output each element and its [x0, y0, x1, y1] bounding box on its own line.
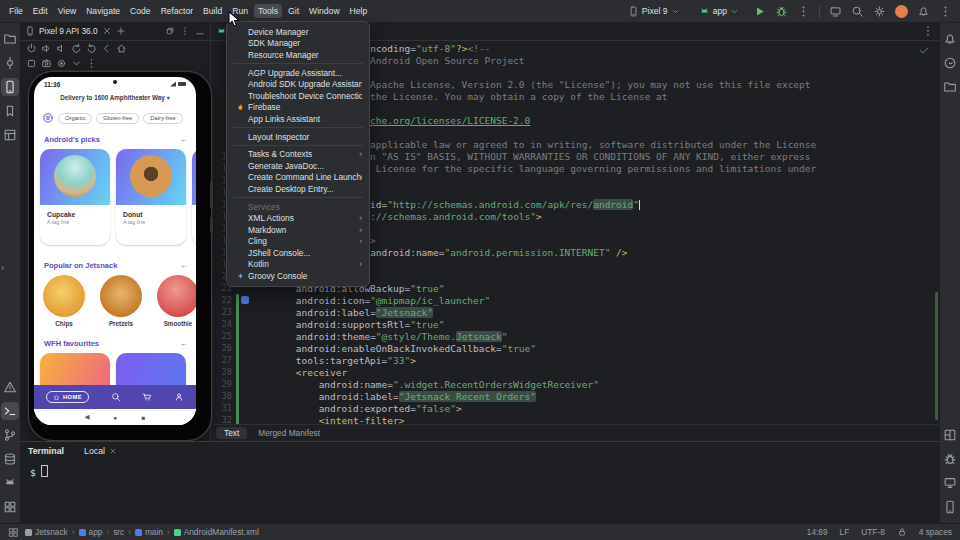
add-device-icon[interactable]	[116, 26, 126, 36]
problems-icon[interactable]	[1, 378, 19, 396]
code-line[interactable]: 29 android:name=".widget.RecentOrdersWid…	[210, 378, 940, 390]
menu-code[interactable]: Code	[126, 4, 155, 18]
menu-git[interactable]: Git	[284, 4, 303, 18]
notifications-icon[interactable]	[917, 5, 930, 18]
manifest-tab-text[interactable]: Text	[216, 427, 247, 439]
menu-item-groovy-console[interactable]: Groovy Console	[227, 270, 369, 282]
settings-icon[interactable]	[873, 5, 886, 18]
indent-style[interactable]: 4 spaces	[919, 527, 952, 537]
menu-item-layout-inspector[interactable]: Layout Inspector	[227, 131, 369, 143]
menu-item-troubleshoot-device-connections[interactable]: Troubleshoot Device Connections	[227, 90, 369, 102]
file-encoding[interactable]: UTF-8	[861, 527, 885, 537]
breadcrumb-jetsnack[interactable]: Jetsnack	[25, 527, 68, 537]
restore-panel-icon[interactable]	[165, 26, 175, 36]
menu-run[interactable]: Run	[228, 4, 252, 18]
code-line[interactable]: 23 android:label="Jetsnack"	[210, 306, 940, 318]
menu-item-tasks-contexts[interactable]: Tasks & Contexts›	[227, 148, 369, 160]
filters-icon[interactable]	[42, 112, 54, 124]
device-selector[interactable]: Pixel 9	[623, 5, 685, 18]
menu-edit[interactable]: Edit	[29, 4, 52, 18]
section-arrow-icon[interactable]: ←	[180, 261, 188, 270]
code-line[interactable]: 27 tools:targetApi="33">	[210, 354, 940, 366]
snack-card-cupcake[interactable]: CupcakeA tag line	[40, 149, 110, 245]
android-home-button[interactable]: ●	[114, 414, 118, 421]
menu-item-create-command-line-launcher[interactable]: Create Command Line Launcher...	[227, 172, 369, 184]
filter-chip-dairy-free[interactable]: Dairy-free	[143, 113, 182, 124]
filter-chip-gluten-free[interactable]: Gluten-free	[96, 113, 139, 124]
phone-screen[interactable]: 11:36 Delivery to 1600 Amphitheater Way▾…	[34, 77, 196, 425]
menu-item-firebase[interactable]: Firebase	[227, 102, 369, 114]
manifest-tab-merged-manifest[interactable]: Merged Manifest	[250, 427, 328, 439]
menu-item-xml-actions[interactable]: XML Actions›	[227, 212, 369, 224]
screen-record-icon[interactable]	[56, 58, 67, 69]
volume-down-icon[interactable]	[56, 43, 67, 54]
screenshot-icon[interactable]	[41, 58, 52, 69]
code-line[interactable]: 26 android:enableOnBackInvokedCallback="…	[210, 342, 940, 354]
rotate-right-icon[interactable]	[86, 43, 97, 54]
menu-item-markdown[interactable]: Markdown›	[227, 224, 369, 236]
layout-inspector-icon[interactable]	[941, 426, 959, 444]
android-recents-button[interactable]: ■	[142, 414, 146, 421]
menu-item-cling[interactable]: Cling›	[227, 236, 369, 248]
run-button[interactable]	[753, 5, 766, 18]
panel-options-icon[interactable]	[180, 26, 190, 36]
caret-position[interactable]: 14:69	[807, 527, 828, 537]
more-run-actions-icon[interactable]	[797, 5, 810, 18]
line-number[interactable]: 24	[210, 319, 236, 329]
running-devices-icon[interactable]	[1, 78, 19, 96]
menu-item-generate-javadoc[interactable]: Generate JavaDoc...	[227, 160, 369, 172]
menu-file[interactable]: File	[5, 4, 27, 18]
app-inspection-icon[interactable]	[1, 450, 19, 468]
nav-home-button[interactable]: HOME	[46, 391, 89, 403]
snack-item-smoothie[interactable]: Smoothie	[156, 275, 196, 327]
device-more-icon[interactable]	[86, 58, 97, 69]
logcat-icon[interactable]	[1, 474, 19, 492]
terminal-icon[interactable]	[1, 402, 19, 420]
line-number[interactable]: 25	[210, 331, 236, 341]
snack-card-donut[interactable]: DonutA tag line	[116, 149, 186, 245]
snack-item-pretzels[interactable]: Pretzels	[99, 275, 143, 327]
code-line[interactable]: 22 android:icon="@mipmap/ic_launcher"	[210, 294, 940, 306]
menu-item-sdk-manager[interactable]: SDK Manager	[227, 38, 369, 50]
code-line[interactable]: 28 <receiver	[210, 366, 940, 378]
menu-tools[interactable]: Tools	[254, 4, 282, 18]
menu-window[interactable]: Window	[305, 4, 344, 18]
menu-item-jshell-console[interactable]: JShell Console...	[227, 247, 369, 259]
delivery-address-selector[interactable]: Delivery to 1600 Amphitheater Way▾	[34, 94, 196, 101]
line-number[interactable]: 31	[210, 403, 236, 413]
nav-search-icon[interactable]	[111, 392, 121, 402]
emulator-icon[interactable]	[941, 474, 959, 492]
menu-item-agp-upgrade-assistant[interactable]: AGP Upgrade Assistant...	[227, 67, 369, 79]
breadcrumb-androidmanifest-xml[interactable]: AndroidManifest.xml	[174, 527, 259, 537]
debug-button[interactable]	[775, 5, 788, 18]
power-icon[interactable]	[26, 43, 37, 54]
menu-item-device-manager[interactable]: Device Manager	[227, 26, 369, 38]
menu-item-create-desktop-entry[interactable]: Create Desktop Entry...	[227, 183, 369, 195]
line-number[interactable]: 23	[210, 307, 236, 317]
menu-build[interactable]: Build	[199, 4, 226, 18]
line-number[interactable]: 26	[210, 343, 236, 353]
terminal-tab-local[interactable]: Local	[80, 445, 121, 457]
structure-icon[interactable]	[1, 126, 19, 144]
notifications-icon[interactable]	[941, 30, 959, 48]
close-terminal-tab-icon[interactable]	[109, 447, 117, 455]
code-line[interactable]: 30 android:label="Jetsnack Recent Orders…	[210, 390, 940, 402]
section-arrow-icon[interactable]: ←	[180, 135, 188, 144]
code-line[interactable]: 24 android:supportsRtl="true"	[210, 318, 940, 330]
home-icon[interactable]	[116, 43, 127, 54]
stripe-expand-icon[interactable]: ›	[1, 263, 4, 273]
section-arrow-icon[interactable]: ←	[180, 339, 188, 348]
run-configuration-selector[interactable]: app	[694, 5, 744, 18]
search-everywhere-icon[interactable]	[851, 5, 864, 18]
terminal-body[interactable]: $	[20, 460, 940, 483]
snapshot-menu-icon[interactable]	[71, 58, 82, 69]
nav-cart-icon[interactable]	[142, 392, 152, 402]
rotate-left-icon[interactable]	[71, 43, 82, 54]
line-number[interactable]: 27	[210, 355, 236, 365]
menu-navigate[interactable]: Navigate	[82, 4, 124, 18]
menu-item-app-links-assistant[interactable]: App Links Assistant	[227, 113, 369, 125]
project-icon[interactable]	[1, 30, 19, 48]
menu-item-kotlin[interactable]: Kotlin›	[227, 259, 369, 271]
app-quality-insights-icon[interactable]	[941, 450, 959, 468]
breadcrumb-app[interactable]: app	[79, 527, 103, 537]
